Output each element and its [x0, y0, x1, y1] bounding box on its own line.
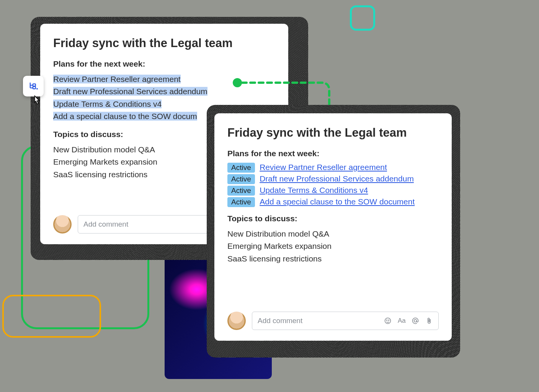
plan-line-selected[interactable]: Review Partner Reseller agreement: [53, 75, 181, 83]
svg-rect-0: [33, 84, 36, 86]
topics-heading: Topics to discuss:: [227, 214, 439, 223]
comment-placeholder: Add comment: [258, 317, 302, 325]
status-badge[interactable]: Active: [227, 197, 255, 207]
decorative-rect-yellow: [2, 295, 101, 338]
tree-add-icon: [28, 81, 39, 91]
attachment-icon[interactable]: [425, 317, 433, 325]
comment-row: Add comment Aa: [227, 312, 439, 330]
svg-point-4: [387, 320, 387, 321]
status-badge[interactable]: Active: [227, 186, 255, 196]
plan-line-selected[interactable]: Draft new Professional Services addendum: [53, 87, 207, 96]
task-row: Active Update Terms & Conditions v4: [227, 186, 439, 196]
svg-rect-1: [33, 87, 36, 89]
task-row: Active Review Partner Reseller agreement: [227, 163, 439, 173]
plan-line-selected[interactable]: Update Terms & Conditions v4: [53, 100, 162, 108]
task-row: Active Draft new Professional Services a…: [227, 174, 439, 184]
avatar: [227, 312, 246, 330]
decorative-rect-teal: [350, 5, 375, 31]
plans-heading: Plans for the next week:: [227, 149, 439, 158]
topic-line: SaaS licensing restrictions: [227, 253, 439, 265]
convert-to-subitems-button[interactable]: [23, 76, 44, 96]
svg-point-6: [414, 320, 417, 322]
topic-line: New Distribution model Q&A: [227, 228, 439, 240]
task-link[interactable]: Review Partner Reseller agreement: [260, 163, 387, 172]
note-title: Friday sync with the Legal team: [227, 126, 439, 140]
comment-placeholder: Add comment: [83, 220, 128, 229]
comment-input[interactable]: Add comment Aa: [252, 312, 439, 330]
pointer-cursor-icon: [31, 94, 44, 107]
note-card-after: Friday sync with the Legal team Plans fo…: [214, 113, 452, 341]
task-link[interactable]: Update Terms & Conditions v4: [260, 186, 368, 194]
status-badge[interactable]: Active: [227, 163, 255, 173]
status-badge[interactable]: Active: [227, 174, 255, 184]
svg-point-5: [389, 320, 389, 321]
task-link[interactable]: Add a special clause to the SOW document: [260, 197, 415, 206]
plan-line-selected[interactable]: Add a special clause to the SOW docum: [53, 112, 197, 121]
topic-line: Emerging Markets expansion: [227, 240, 439, 253]
plans-heading: Plans for the next week:: [53, 59, 275, 69]
emoji-icon[interactable]: [384, 317, 392, 325]
note-title: Friday sync with the Legal team: [53, 36, 275, 51]
svg-point-3: [385, 318, 391, 324]
text-format-icon[interactable]: Aa: [398, 317, 405, 325]
task-row: Active Add a special clause to the SOW d…: [227, 197, 439, 207]
task-link[interactable]: Draft new Professional Services addendum: [260, 174, 414, 183]
mention-icon[interactable]: [412, 317, 419, 325]
avatar: [53, 215, 72, 234]
